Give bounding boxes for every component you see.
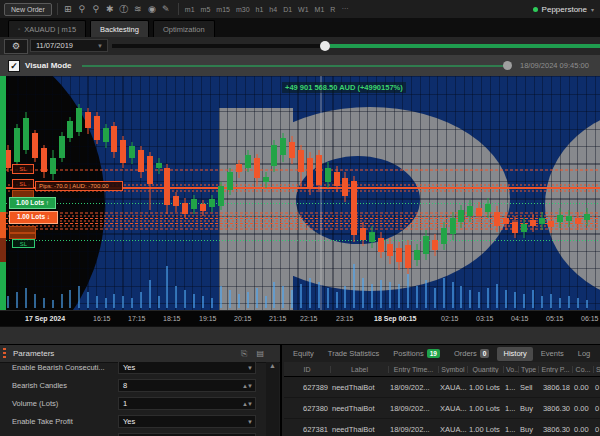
stop-loss-band[interactable] xyxy=(9,226,36,233)
timeframe-button-⋯[interactable]: ⋯ xyxy=(338,5,351,13)
parameter-value-field[interactable]: 1▲▼ xyxy=(118,397,256,410)
settings-gear-button[interactable]: ⚙ xyxy=(4,39,28,54)
pips-profit-label[interactable]: Pips: -70.0 | AUD: -700.00 xyxy=(35,181,123,191)
history-table-row[interactable]: 627380needThaiBot18/09/202...XAUA...1.00… xyxy=(284,398,600,419)
timeframe-button-m1[interactable]: m1 xyxy=(182,6,198,13)
toolbox-tab-positions[interactable]: Positions19 xyxy=(387,347,446,361)
chart-tabbar: ▫XAUAUD | m15BacktestingOptimization xyxy=(0,18,600,37)
timeframe-button-h4[interactable]: h4 xyxy=(266,6,280,13)
indicators-icon[interactable]: ⓕ xyxy=(117,3,131,16)
timeframe-button-h1[interactable]: h1 xyxy=(253,6,267,13)
toolbox-tab-equity[interactable]: Equity xyxy=(287,347,320,361)
mt5-backtester-window: New Order ⊞⚲⚲✱ⓕ≋◉✎ m1m5m15m30h1h4D1W1M1R… xyxy=(0,0,600,436)
left-edge-strip-orange xyxy=(0,212,6,238)
toolbox-tab-badge: 19 xyxy=(427,349,440,358)
history-table-row[interactable]: 627389needThaiBot18/09/202...XAUA...1.00… xyxy=(284,377,600,398)
parameters-title: Parameters xyxy=(13,349,54,358)
history-table-header: IDLabelEntry Time...SymbolQuantityVo...T… xyxy=(284,362,600,377)
list-view-icon[interactable]: ▤ xyxy=(256,349,264,359)
parameters-header[interactable]: Parameters ⎘ ▤ xyxy=(0,345,280,363)
toolbox-tab-label: Positions xyxy=(393,349,423,358)
stop-loss-label[interactable]: SL xyxy=(12,179,34,189)
time-axis-label: 22:15 xyxy=(300,315,318,322)
history-cell: 0 xyxy=(593,404,600,413)
history-cell: 0.00 xyxy=(572,404,593,413)
draw-icon[interactable]: ✎ xyxy=(159,4,173,14)
zoom-in-icon[interactable]: ⚲ xyxy=(89,4,103,14)
time-axis-label: 04:15 xyxy=(511,315,529,322)
timeframe-button-M1[interactable]: M1 xyxy=(312,6,328,13)
spinner-arrows-icon[interactable]: ▲▼ xyxy=(242,380,252,392)
time-axis-label: 21:15 xyxy=(269,315,287,322)
profit-annotation: +49 901 568.50 AUD (+4990157%) xyxy=(282,82,406,93)
sell-position-label[interactable]: 1.00 Lots ↓ xyxy=(9,211,58,224)
timeframe-button-m5[interactable]: m5 xyxy=(198,6,214,13)
toolbox-tab-log[interactable]: Log xyxy=(572,347,597,361)
chevron-down-icon[interactable]: ▼ xyxy=(247,362,252,374)
history-cell: needThaiBot xyxy=(330,383,388,392)
horizontal-splitter[interactable] xyxy=(0,326,600,344)
timeframe-button-W1[interactable]: W1 xyxy=(295,6,312,13)
toolbox-tab-orders[interactable]: Orders0 xyxy=(448,347,496,361)
backtest-progress-thumb[interactable] xyxy=(320,41,330,51)
take-profit-label[interactable]: SL xyxy=(12,239,35,248)
chart-window-icon[interactable]: ⊞ xyxy=(61,4,75,14)
history-table: IDLabelEntry Time...SymbolQuantityVo...T… xyxy=(284,362,600,436)
visual-speed-track[interactable] xyxy=(82,65,504,67)
history-column-header: Vo... xyxy=(503,366,518,373)
time-axis[interactable]: 17 Sep 202416:1517:1518:1519:1520:1521:1… xyxy=(0,310,600,326)
backtest-progress-track[interactable] xyxy=(112,44,322,48)
history-column-header: Co... xyxy=(572,366,593,373)
chevron-down-icon[interactable]: ▼ xyxy=(247,416,252,428)
visibility-icon[interactable]: ◉ xyxy=(145,4,159,14)
chevron-down-icon: ▾ xyxy=(591,6,594,13)
toolbox-tab-events[interactable]: Events xyxy=(535,347,570,361)
timeframe-button-m30[interactable]: m30 xyxy=(233,6,253,13)
candlestick-chart[interactable]: SLSLPips: -70.0 | AUD: -700.001.00 Lots … xyxy=(0,76,600,310)
history-cell: XAUA... xyxy=(438,404,467,413)
zoom-out-icon[interactable]: ⚲ xyxy=(75,4,89,14)
toolbox-tab-trade-statistics[interactable]: Trade Statistics xyxy=(322,347,385,361)
visual-mode-label: Visual Mode xyxy=(25,61,72,70)
toolbox-tab-history[interactable]: History xyxy=(497,347,532,361)
parameter-label: Enable Bearish Consecuti... xyxy=(0,363,118,372)
parameters-scrollbar[interactable]: ▲ xyxy=(266,362,279,436)
chart-tab-icon: ▫ xyxy=(18,26,20,32)
history-column-header: Quantity xyxy=(467,366,503,373)
crosshair-icon[interactable]: ✱ xyxy=(103,4,117,14)
visual-mode-checkbox[interactable]: ✓ xyxy=(8,60,20,72)
timeframe-button-m15[interactable]: m15 xyxy=(213,6,233,13)
toolbox-panel: EquityTrade StatisticsPositions19Orders0… xyxy=(284,345,600,436)
time-axis-label: 18 Sep 00:15 xyxy=(374,315,416,322)
objects-list-icon[interactable]: ≋ xyxy=(131,4,145,14)
start-date-select[interactable]: 11/07/2019 ▼ xyxy=(30,39,108,52)
export-icon[interactable]: ⎘ xyxy=(241,349,247,359)
time-axis-label: 06:15 xyxy=(581,315,599,322)
tab-label: XAUAUD | m15 xyxy=(24,25,76,34)
tab-xauaud-m15[interactable]: ▫XAUAUD | m15 xyxy=(8,20,86,37)
timeframe-button-D1[interactable]: D1 xyxy=(280,6,295,13)
new-order-button[interactable]: New Order xyxy=(4,3,52,16)
parameter-label: Bearish Candles xyxy=(0,381,118,390)
backtest-controls-row: ⚙ 11/07/2019 ▼ xyxy=(0,37,600,55)
history-cell: 627381 xyxy=(284,425,330,434)
parameter-value-field[interactable]: Yes▼ xyxy=(118,415,256,428)
spinner-arrows-icon[interactable]: ▲▼ xyxy=(242,398,252,410)
toolbox-tab-label: Trade Statistics xyxy=(328,349,379,358)
parameter-value-field[interactable]: Yes▼ xyxy=(118,362,256,374)
timeframe-button-R[interactable]: R xyxy=(327,6,338,13)
parameter-value-field[interactable]: 3▲▼ xyxy=(118,433,256,436)
tab-backtesting[interactable]: Backtesting xyxy=(90,20,149,37)
connection-status-dot xyxy=(533,7,538,12)
history-cell: 1.00 Lots xyxy=(467,383,503,392)
stop-loss-label[interactable]: SL xyxy=(12,164,34,174)
drag-handle-icon[interactable] xyxy=(3,348,6,359)
parameter-value-field[interactable]: 8▲▼ xyxy=(118,379,256,392)
tab-optimization[interactable]: Optimization xyxy=(153,20,215,37)
visual-speed-thumb[interactable] xyxy=(503,61,512,70)
broker-status[interactable]: Pepperstone ▾ xyxy=(533,5,594,14)
history-table-row[interactable]: 627381needThaiBot18/09/202...XAUA...1.00… xyxy=(284,419,600,436)
parameters-list: Enable Bearish Consecuti...Yes▼Bearish C… xyxy=(0,362,264,436)
buy-position-label[interactable]: 1.00 Lots ↑ xyxy=(9,197,56,209)
toolbar-icons: ⊞⚲⚲✱ⓕ≋◉✎ xyxy=(57,3,173,15)
